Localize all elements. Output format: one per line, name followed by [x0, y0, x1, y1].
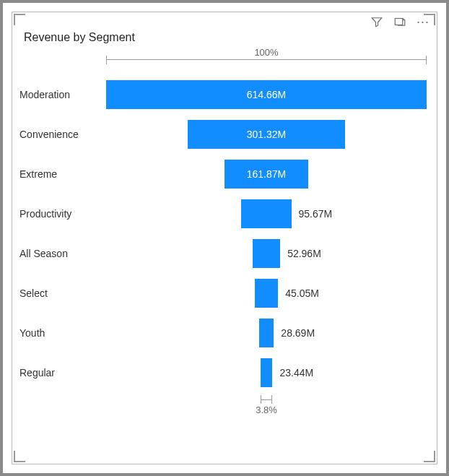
visual-selection-frame: ··· Revenue by Segment 100% Moderation61…	[0, 0, 449, 476]
category-label: Select	[19, 287, 106, 299]
filter-icon[interactable]	[370, 15, 383, 28]
funnel-row: Select45.05M	[19, 273, 430, 313]
category-label: Productivity	[19, 208, 106, 220]
bar-area: 23.44M	[106, 358, 427, 387]
bar-area: 614.66M	[106, 80, 427, 109]
funnel-row: Moderation614.66M	[19, 74, 430, 114]
funnel-bar[interactable]	[255, 279, 279, 308]
value-label: 614.66M	[247, 89, 286, 100]
category-label: Extreme	[19, 168, 106, 180]
funnel-bottom-bracket	[261, 392, 273, 400]
value-label: 161.87M	[247, 168, 286, 180]
bar-area: 301.32M	[106, 120, 427, 149]
value-label: 301.32M	[247, 129, 286, 140]
funnel-bar[interactable]: 614.66M	[106, 80, 427, 109]
category-label: All Season	[19, 248, 106, 259]
funnel-top-axis: 100%	[106, 47, 427, 67]
chart-title: Revenue by Segment	[24, 31, 430, 44]
funnel-top-percent-label: 100%	[106, 47, 427, 58]
resize-handle-bottom-left[interactable]	[14, 451, 25, 462]
focus-mode-icon[interactable]	[393, 15, 406, 28]
funnel-bar[interactable]: 301.32M	[188, 120, 345, 149]
value-label: 45.05M	[285, 287, 319, 299]
bar-area: 28.69M	[106, 319, 427, 347]
funnel-row: All Season52.96M	[19, 233, 430, 273]
funnel-bar[interactable]: 161.87M	[224, 160, 309, 189]
resize-handle-top-left[interactable]	[14, 14, 25, 25]
value-label: 23.44M	[279, 367, 313, 378]
funnel-row: Extreme161.87M	[19, 154, 430, 194]
funnel-bar[interactable]	[253, 239, 280, 268]
funnel-bar[interactable]	[261, 358, 273, 387]
category-label: Convenience	[19, 129, 106, 140]
funnel-row: Convenience301.32M	[19, 114, 430, 154]
value-label: 52.96M	[287, 248, 321, 259]
svg-rect-0	[395, 19, 403, 25]
value-label: 28.69M	[281, 327, 315, 339]
visual-toolbar: ···	[370, 15, 432, 28]
bar-area: 52.96M	[106, 239, 427, 268]
more-options-icon[interactable]: ···	[417, 15, 432, 28]
funnel-row: Regular23.44M	[19, 352, 430, 392]
category-label: Moderation	[19, 89, 106, 100]
category-label: Youth	[19, 327, 106, 339]
value-label: 95.67M	[299, 208, 333, 220]
funnel-bar[interactable]	[259, 319, 274, 347]
funnel-bottom-percent-label: 3.8%	[106, 404, 427, 415]
funnel-row: Youth28.69M	[19, 313, 430, 352]
bar-area: 95.67M	[106, 199, 427, 228]
category-label: Regular	[19, 367, 106, 378]
funnel-chart-visual[interactable]: ··· Revenue by Segment 100% Moderation61…	[12, 12, 437, 464]
funnel-chart-area: 100% Moderation614.66MConvenience301.32M…	[19, 47, 430, 415]
funnel-rows: Moderation614.66MConvenience301.32MExtre…	[19, 74, 430, 392]
funnel-bar[interactable]	[241, 199, 291, 228]
funnel-bottom-axis: 3.8%	[106, 392, 427, 415]
bar-area: 161.87M	[106, 160, 427, 189]
funnel-top-bracket	[106, 59, 427, 67]
resize-handle-bottom-right[interactable]	[424, 451, 435, 462]
funnel-row: Productivity95.67M	[19, 194, 430, 233]
bar-area: 45.05M	[106, 279, 427, 308]
